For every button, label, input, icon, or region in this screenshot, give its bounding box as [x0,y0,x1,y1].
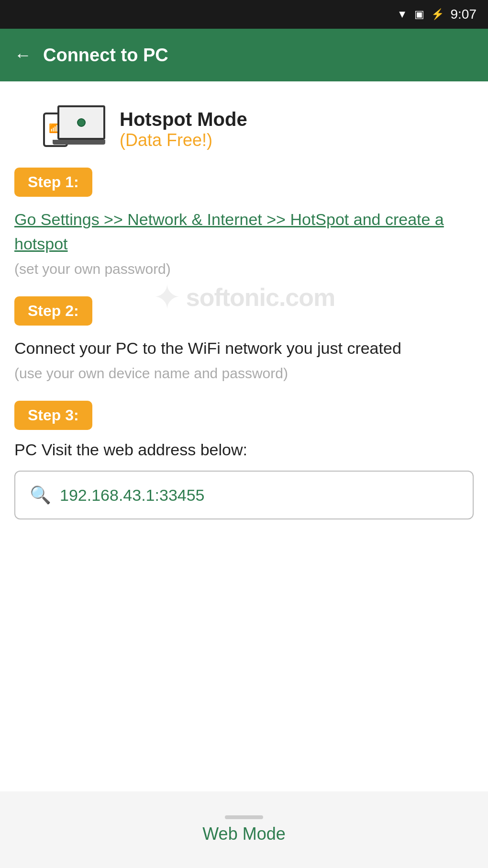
sim-icon: ▣ [414,8,424,21]
back-button[interactable]: ← [14,45,32,65]
step3-section: Step 3: PC Visit the web address below: … [14,401,474,519]
bottom-handle [225,815,263,819]
step2-badge: Step 2: [14,296,92,326]
hotspot-mode-subtitle: (Data Free!) [120,130,247,150]
laptop-base [53,140,105,145]
step1-hint: (set your own password) [14,261,474,277]
url-text: 192.168.43.1:33455 [60,486,205,505]
device-illustration: 📶 [43,105,105,153]
step1-link-text[interactable]: Go Settings >> Network & Internet >> Hot… [14,207,474,256]
laptop-dot [77,118,86,127]
laptop-shape [57,105,105,140]
step3-description: PC Visit the web address below: [14,440,474,459]
step3-badge: Step 3: [14,401,92,430]
app-bar: ← Connect to PC [0,29,488,81]
bottom-section[interactable]: Web Mode [0,791,488,868]
status-time: 9:07 [451,7,477,22]
step1-link[interactable]: Go Settings >> Network & Internet >> Hot… [14,210,444,253]
laptop-screen [59,107,103,138]
battery-icon: ⚡ [431,8,444,21]
wifi-icon: ▼ [397,8,408,21]
step2-section: Step 2: Connect your PC to the WiFi netw… [14,296,474,382]
hotspot-header: 📶 Hotspot Mode (Data Free!) [14,96,474,168]
main-content: 📶 Hotspot Mode (Data Free!) Step 1: Go S… [0,81,488,519]
search-icon: 🔍 [30,485,51,505]
web-mode-label[interactable]: Web Mode [202,824,285,844]
hotspot-mode-title: Hotspot Mode [120,109,247,130]
step2-description: Connect your PC to the WiFi network you … [14,336,474,361]
step1-badge: Step 1: [14,168,92,197]
hotspot-text: Hotspot Mode (Data Free!) [120,109,247,150]
step1-section: Step 1: Go Settings >> Network & Interne… [14,168,474,277]
step2-hint: (use your own device name and password) [14,365,474,382]
status-bar: ▼ ▣ ⚡ 9:07 [0,0,488,29]
url-box[interactable]: 🔍 192.168.43.1:33455 [14,471,474,519]
page-title: Connect to PC [43,45,168,66]
